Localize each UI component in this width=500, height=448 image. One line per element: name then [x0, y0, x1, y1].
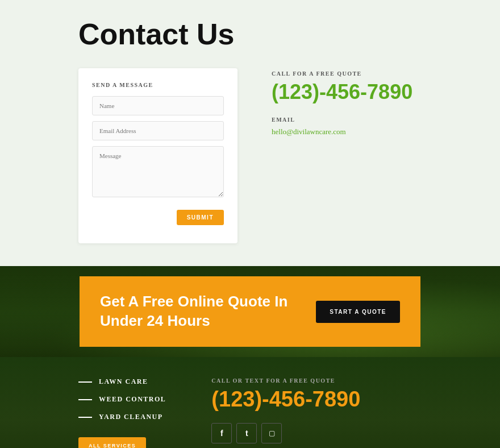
instagram-icon[interactable]: ▢ [261, 423, 282, 443]
footer-call-label: Call Or Text For A Free Quote [211, 378, 422, 384]
banner-line1: Get A Free Online Quote In [100, 292, 288, 312]
all-services-button[interactable]: All Services [78, 437, 146, 448]
top-section: Contact Us Send A Message Submit Call Fo… [0, 0, 500, 266]
page-title: Contact Us [78, 17, 422, 51]
banner-section: Get A Free Online Quote In Under 24 Hour… [0, 266, 500, 357]
call-for-quote-label: Call For A Free Quote [272, 70, 413, 77]
email-link[interactable]: hello@divilawncare.com [272, 127, 346, 136]
footer-nav: Lawn Care Weed Control Yard Cleanup All … [78, 378, 166, 448]
nav-item-weed-control[interactable]: Weed Control [78, 395, 166, 404]
facebook-icon[interactable]: f [211, 423, 232, 443]
phone-number: (123)-456-7890 [272, 80, 413, 104]
nav-label-lawn-care: Lawn Care [99, 378, 148, 386]
nav-line [78, 381, 92, 383]
form-card: Send A Message Submit [78, 68, 238, 243]
message-input[interactable] [92, 146, 224, 197]
banner-text: Get A Free Online Quote In Under 24 Hour… [100, 292, 288, 331]
footer-contact: Call Or Text For A Free Quote (123)-456-… [211, 378, 422, 443]
footer-phone: (123)-456-7890 [211, 387, 422, 412]
nav-item-yard-cleanup[interactable]: Yard Cleanup [78, 413, 166, 421]
nav-line [78, 417, 92, 418]
nav-label-weed-control: Weed Control [99, 395, 166, 404]
footer-section: Lawn Care Weed Control Yard Cleanup All … [0, 357, 500, 448]
email-label: Email [272, 117, 413, 123]
banner-inner: Get A Free Online Quote In Under 24 Hour… [40, 276, 460, 347]
contact-info: Call For A Free Quote (123)-456-7890 Ema… [272, 68, 413, 136]
email-input[interactable] [92, 121, 224, 140]
nav-label-yard-cleanup: Yard Cleanup [99, 413, 163, 421]
contact-layout: Send A Message Submit Call For A Free Qu… [78, 68, 422, 243]
start-quote-button[interactable]: Start A Quote [316, 301, 400, 323]
nav-line [78, 399, 92, 400]
social-icons: f t ▢ [211, 423, 422, 443]
name-input[interactable] [92, 96, 224, 115]
submit-button[interactable]: Submit [177, 210, 224, 225]
orange-banner: Get A Free Online Quote In Under 24 Hour… [80, 276, 420, 347]
twitter-icon[interactable]: t [236, 423, 257, 443]
form-section-label: Send A Message [92, 82, 224, 88]
nav-item-lawn-care[interactable]: Lawn Care [78, 378, 166, 386]
banner-line2: Under 24 Hours [100, 312, 288, 331]
